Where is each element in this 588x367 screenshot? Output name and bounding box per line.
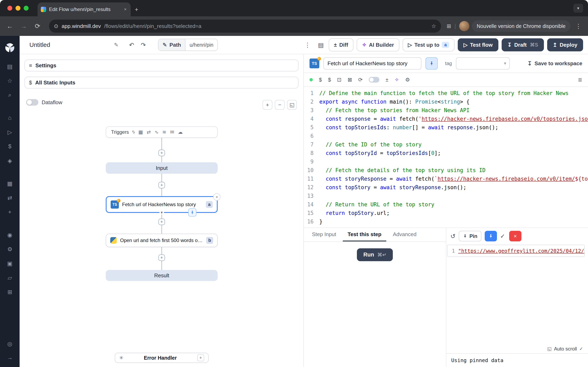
redo-icon[interactable]: ↷ bbox=[141, 42, 146, 49]
error-handler-node[interactable]: ✳ Error Handler + bbox=[115, 353, 209, 363]
insert-step-button[interactable]: + bbox=[158, 182, 165, 188]
tab-close-icon[interactable]: × bbox=[123, 7, 127, 12]
expand-icon[interactable]: ◱ bbox=[547, 346, 552, 351]
rail-home[interactable]: ⌂ bbox=[4, 113, 15, 123]
path-editor[interactable]: ✎ Path u/henri/pin bbox=[158, 39, 218, 51]
rail-schedules[interactable]: ▦ bbox=[4, 178, 15, 189]
webhook-icon[interactable]: ϟ bbox=[132, 129, 135, 135]
zoom-in-button[interactable]: + bbox=[263, 100, 272, 110]
save-to-workspace-button[interactable]: ↧ Save to workspace bbox=[527, 60, 582, 67]
gcp-icon[interactable]: ☁ bbox=[178, 129, 183, 135]
flow-more-menu-icon[interactable]: ⋮ bbox=[302, 42, 313, 49]
minimize-window-button[interactable] bbox=[16, 6, 20, 11]
rail-search[interactable]: ⌕ bbox=[4, 90, 15, 100]
profile-avatar[interactable] bbox=[459, 21, 469, 31]
dataflow-toggle[interactable] bbox=[26, 99, 38, 106]
step-node-a[interactable]: TS Fetch url of HackerNews top story a ×… bbox=[106, 196, 218, 213]
test-flow-button[interactable]: ▷ Test flow bbox=[458, 38, 498, 51]
new-tab-button[interactable]: + bbox=[135, 6, 138, 13]
input-node[interactable]: Input bbox=[106, 162, 218, 174]
triggers-node[interactable]: Triggers ϟ▦⇄∿≋✉☁ bbox=[106, 126, 218, 138]
gear-icon[interactable]: ⚙ bbox=[405, 77, 410, 83]
code-editor[interactable]: 1// Define the main function to fetch th… bbox=[304, 87, 588, 227]
forward-icon[interactable]: → bbox=[18, 20, 29, 32]
step-node-b[interactable]: Open url and fetch first 500 words of ..… bbox=[106, 234, 218, 247]
step-name-input[interactable] bbox=[323, 57, 421, 69]
zoom-window-button[interactable] bbox=[24, 6, 29, 11]
schedule-icon[interactable]: ▦ bbox=[138, 129, 143, 135]
insert-step-button[interactable]: + bbox=[158, 150, 165, 156]
rail-resources[interactable]: ◈ bbox=[4, 155, 15, 166]
rail-settings[interactable]: ⚙ bbox=[4, 244, 15, 254]
result-node[interactable]: Result bbox=[106, 270, 218, 281]
kafka-icon[interactable]: ≋ bbox=[162, 129, 166, 135]
rail-favorites[interactable]: ☆ bbox=[4, 75, 15, 86]
rail-docs[interactable]: ▤ bbox=[4, 61, 15, 72]
history-icon[interactable]: ↺ bbox=[450, 233, 456, 240]
rail-routes[interactable]: ⇄ bbox=[4, 192, 15, 203]
clear-pin-button[interactable]: × bbox=[509, 231, 521, 242]
reload-icon[interactable]: ⟳ bbox=[32, 20, 43, 32]
zoom-out-button[interactable]: − bbox=[275, 100, 285, 110]
flow-canvas[interactable]: Dataflow + − ◱ Triggers ϟ▦⇄∿≋✉☁ + bbox=[20, 93, 303, 367]
pencil-icon[interactable]: ✎ bbox=[114, 42, 118, 48]
tab-step-input[interactable]: Step Input bbox=[307, 228, 341, 242]
draft-button[interactable]: ↧ Draft ⌘S bbox=[502, 38, 544, 51]
package2-icon[interactable]: ⊠ bbox=[348, 77, 352, 83]
diff-button[interactable]: ± Diff bbox=[329, 38, 354, 51]
rail-help[interactable]: ◎ bbox=[4, 338, 15, 349]
rail-user[interactable]: ◉ bbox=[4, 230, 15, 240]
close-window-button[interactable] bbox=[7, 6, 12, 11]
tab-advanced[interactable]: Advanced bbox=[388, 228, 421, 242]
rail-workers[interactable]: ▣ bbox=[4, 258, 15, 269]
chrome-update-chip[interactable]: Nouvelle version de Chrome disponible bbox=[472, 20, 571, 32]
back-icon[interactable]: ← bbox=[4, 20, 16, 32]
rail-variables[interactable]: $ bbox=[4, 141, 15, 152]
remove-step-icon[interactable]: × bbox=[213, 193, 221, 201]
windmill-logo[interactable] bbox=[5, 43, 14, 52]
pin-active-button[interactable] bbox=[485, 231, 497, 242]
rail-collapse[interactable]: → bbox=[4, 352, 15, 363]
insert-step-button[interactable]: + bbox=[158, 218, 165, 225]
address-bar[interactable]: ⊙ app.windmill.dev /flows/edit/u/henri/p… bbox=[49, 20, 441, 33]
tab-test-this-step[interactable]: Test this step bbox=[343, 228, 387, 242]
add-error-handler-icon[interactable]: + bbox=[197, 354, 204, 361]
undo-icon[interactable]: ↶ bbox=[129, 42, 134, 49]
browser-tab[interactable]: Edit Flow u/henri/pin_results × bbox=[38, 2, 131, 16]
static-inputs-button[interactable]: $ All Static Inputs bbox=[25, 77, 298, 89]
pinned-data-icon[interactable] bbox=[188, 208, 196, 217]
pinned-value-editor[interactable]: 1 "https://www.geoffreylitt.com/2025/04/… bbox=[447, 245, 585, 257]
reset-icon[interactable]: ⟳ bbox=[358, 77, 363, 83]
test-up-to-button[interactable]: ▷ Test up to a bbox=[403, 38, 455, 51]
docs-book-icon[interactable]: ▤ bbox=[316, 42, 325, 49]
tag-select[interactable]: ▾ bbox=[456, 57, 510, 69]
chevron-down-icon[interactable]: ▾ bbox=[159, 210, 164, 215]
insert-step-button[interactable]: + bbox=[158, 254, 165, 261]
ai-builder-button[interactable]: ✧ AI Builder bbox=[357, 38, 399, 51]
extensions-icon[interactable]: ⊞ bbox=[447, 23, 451, 29]
tab-search-button[interactable]: ▾ bbox=[573, 4, 583, 13]
pin-button[interactable]: Pin bbox=[459, 231, 481, 242]
plusminus-icon[interactable]: ± bbox=[385, 77, 388, 83]
bookmark-star-icon[interactable]: ☆ bbox=[432, 23, 436, 29]
check-icon[interactable]: ✓ bbox=[500, 233, 505, 240]
check-icon[interactable]: ✓ bbox=[579, 346, 583, 351]
websocket-icon[interactable]: ∿ bbox=[155, 129, 159, 135]
rail-runs[interactable]: ▷ bbox=[4, 127, 15, 137]
editor-toggle[interactable] bbox=[369, 77, 379, 83]
email-icon[interactable]: ✉ bbox=[170, 129, 174, 135]
flow-settings-button[interactable]: ≡ Settings bbox=[25, 59, 298, 71]
fullscreen-button[interactable]: ◱ bbox=[287, 100, 297, 110]
run-button[interactable]: Run ⌘↵ bbox=[357, 248, 393, 261]
pin-toggle-button[interactable] bbox=[425, 57, 438, 69]
site-info-icon[interactable]: ⊙ bbox=[54, 23, 58, 29]
package-icon[interactable]: ⊡ bbox=[337, 77, 342, 83]
browser-menu-icon[interactable]: ⋮ bbox=[573, 23, 584, 30]
rail-add[interactable]: + bbox=[4, 207, 15, 217]
deploy-button[interactable]: ↥ Deploy bbox=[547, 38, 583, 51]
variables-icon[interactable]: $ bbox=[319, 77, 322, 83]
rail-folders[interactable]: ▱ bbox=[4, 272, 15, 283]
flow-title-box[interactable]: Untitled ✎ bbox=[25, 42, 118, 48]
resources-icon[interactable]: $ bbox=[328, 77, 331, 83]
http-icon[interactable]: ⇄ bbox=[147, 129, 151, 135]
